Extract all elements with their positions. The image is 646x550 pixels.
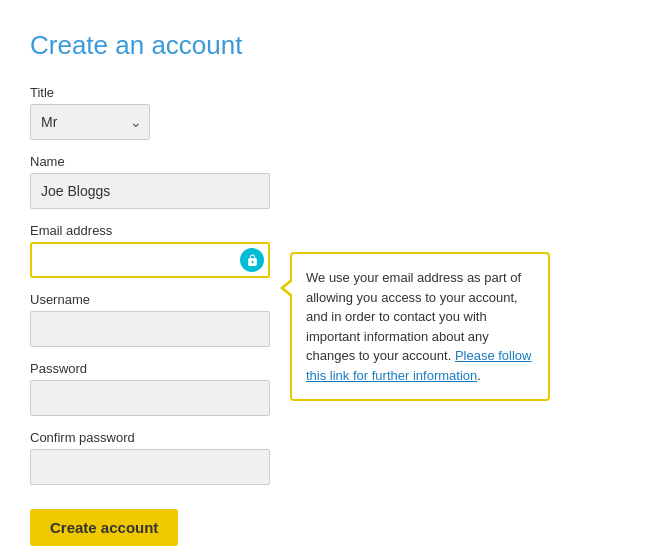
page-title: Create an account [30, 30, 616, 61]
email-input[interactable] [30, 242, 270, 278]
name-label: Name [30, 154, 616, 169]
create-account-button[interactable]: Create account [30, 509, 178, 546]
title-select-wrapper: Mr Mrs Ms Miss Dr ⌄ [30, 104, 150, 140]
confirm-password-label: Confirm password [30, 430, 616, 445]
title-select[interactable]: Mr Mrs Ms Miss Dr [30, 104, 150, 140]
email-wrapper [30, 242, 270, 278]
name-field-group: Name [30, 154, 616, 209]
confirm-password-input[interactable] [30, 449, 270, 485]
tooltip-link-suffix: . [477, 368, 481, 383]
name-input[interactable] [30, 173, 270, 209]
lock-icon[interactable] [240, 248, 264, 272]
title-label: Title [30, 85, 616, 100]
email-tooltip: We use your email address as part of all… [290, 252, 550, 401]
username-input[interactable] [30, 311, 270, 347]
confirm-password-field-group: Confirm password [30, 430, 616, 485]
email-label: Email address [30, 223, 616, 238]
password-input[interactable] [30, 380, 270, 416]
title-field-group: Title Mr Mrs Ms Miss Dr ⌄ [30, 85, 616, 140]
